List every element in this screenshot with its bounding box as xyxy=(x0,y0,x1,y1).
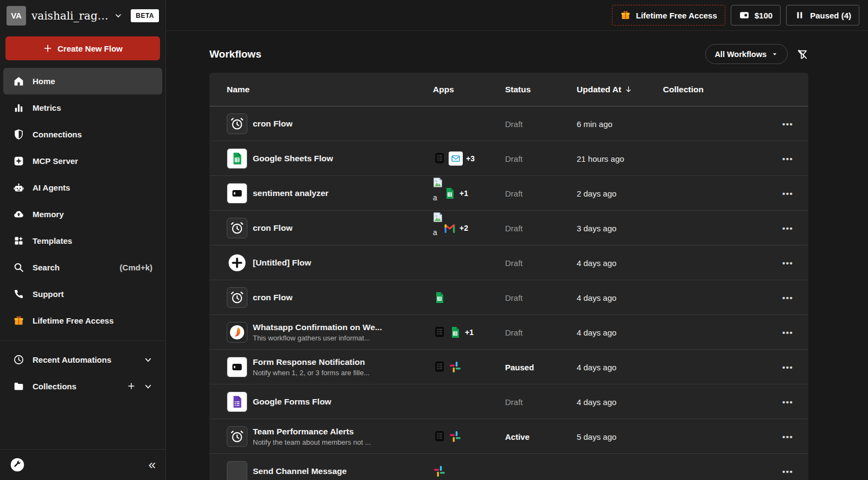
sidebar-item-home[interactable]: Home xyxy=(3,68,162,94)
row-menu-icon[interactable]: ••• xyxy=(782,293,808,302)
sidebar-item-connections[interactable]: Connections xyxy=(3,121,162,148)
plus-icon xyxy=(43,43,53,53)
workflow-subtitle: Notify the team about members not ... xyxy=(253,438,371,446)
avatar[interactable]: VA xyxy=(7,6,26,26)
search-icon xyxy=(13,262,24,273)
workflow-name: Whatsapp Confirmation on We... xyxy=(253,323,382,332)
updated-at: 6 min ago xyxy=(577,119,663,129)
row-menu-icon[interactable]: ••• xyxy=(782,224,808,233)
row-menu-icon[interactable]: ••• xyxy=(782,432,808,441)
column-collection[interactable]: Collection xyxy=(663,85,782,94)
credit-card-icon xyxy=(739,10,750,21)
sidebar-item-label: Lifetime Free Access xyxy=(33,316,114,325)
apps-cell xyxy=(433,419,505,454)
settings-wrench-icon[interactable] xyxy=(10,457,25,472)
sidebar-section-recent-automations[interactable]: Recent Automations xyxy=(3,346,162,373)
gift-icon xyxy=(13,315,24,326)
phone-icon xyxy=(13,288,24,300)
table-row[interactable]: Whatsapp Confirmation on We... This work… xyxy=(209,315,808,350)
row-menu-icon[interactable]: ••• xyxy=(782,189,808,198)
collapse-sidebar-icon[interactable]: « xyxy=(149,458,156,471)
status-badge: Draft xyxy=(505,293,577,302)
column-updated-at[interactable]: Updated At xyxy=(577,85,663,94)
column-apps[interactable]: Apps xyxy=(433,85,505,94)
workflow-filter-dropdown[interactable]: All Workflows xyxy=(705,44,788,64)
page-title: Workflows xyxy=(209,48,261,60)
workflow-subtitle: This workflow gathers user informat... xyxy=(253,334,382,342)
form-black-icon xyxy=(227,357,247,377)
sidebar-item-lifetime-free-access[interactable]: Lifetime Free Access xyxy=(3,307,162,334)
table-row[interactable]: [Untitled] Flow Draft 4 days ago ••• xyxy=(209,245,808,280)
folder-icon xyxy=(13,381,24,392)
workflow-name: [Untitled] Flow xyxy=(253,258,311,268)
table-row[interactable]: cron Flow Draft 4 days ago ••• xyxy=(209,280,808,315)
apps-cell xyxy=(433,454,505,480)
table-row[interactable]: Google Forms Flow Draft 4 days ago ••• xyxy=(209,384,808,419)
chevron-down-icon[interactable] xyxy=(144,356,152,364)
alarm-clock-icon xyxy=(227,218,247,238)
table-row[interactable]: Team Performance Alerts Notify the team … xyxy=(209,419,808,454)
row-menu-icon[interactable]: ••• xyxy=(782,119,808,129)
updated-at: 4 days ago xyxy=(577,293,663,302)
add-collection-icon[interactable] xyxy=(127,382,136,391)
row-menu-icon[interactable]: ••• xyxy=(782,328,808,337)
table-row[interactable]: Google Sheets Flow +3 Draft 21 hours ago… xyxy=(209,141,808,176)
workflow-subtitle: Notify when 1, 2, or 3 forms are fille..… xyxy=(253,369,369,377)
column-name[interactable]: Name xyxy=(227,85,433,94)
sidebar-item-label: Memory xyxy=(33,210,64,219)
row-menu-icon[interactable]: ••• xyxy=(782,467,808,476)
workflow-name: cron Flow xyxy=(253,119,292,129)
sidebar-item-mcp-server[interactable]: MCP Server xyxy=(3,148,162,174)
sidebar-item-label: Templates xyxy=(33,236,72,245)
workflow-name: Google Forms Flow xyxy=(253,397,331,407)
sidebar-item-ai-agents[interactable]: AI Agents xyxy=(3,174,162,201)
sidebar-item-support[interactable]: Support xyxy=(3,281,162,307)
updated-at: 5 days ago xyxy=(577,432,663,441)
table-row[interactable]: Send Channel Message ••• xyxy=(209,454,808,480)
username: vaishali_rag… xyxy=(31,9,108,22)
create-new-flow-button[interactable]: Create New Flow xyxy=(5,36,160,60)
sidebar-item-label: Home xyxy=(33,77,55,86)
mcp-badge-icon xyxy=(13,155,24,167)
sidebar-item-memory[interactable]: Memory xyxy=(3,201,162,228)
table-row[interactable]: sentiment analyzer a+1 Draft 2 days ago … xyxy=(209,176,808,211)
apps-cell xyxy=(433,245,505,280)
table-header: Name Apps Status Updated At Collection xyxy=(209,73,808,106)
status-badge: Paused xyxy=(505,363,577,372)
user-menu[interactable]: VA vaishali_rag… BETA xyxy=(0,0,165,31)
row-menu-icon[interactable]: ••• xyxy=(782,258,808,268)
table-row[interactable]: Form Response Notification Notify when 1… xyxy=(209,350,808,384)
table-row[interactable]: cron Flow a+2 Draft 3 days ago ••• xyxy=(209,211,808,245)
lifetime-free-access-button[interactable]: Lifetime Free Access xyxy=(612,5,725,26)
email-icon xyxy=(449,151,463,166)
workflow-name: cron Flow xyxy=(253,293,292,302)
apps-cell xyxy=(433,106,505,141)
sidebar-item-templates[interactable]: Templates xyxy=(3,228,162,254)
chevron-down-icon[interactable] xyxy=(144,382,152,391)
more-apps-badge: +1 xyxy=(459,189,468,198)
forms-doc-icon xyxy=(433,430,446,443)
templates-icon xyxy=(13,235,24,247)
credits-button[interactable]: $100 xyxy=(731,5,781,26)
table-row[interactable]: cron Flow Draft 6 min ago ••• xyxy=(209,106,808,141)
clear-filter-icon[interactable] xyxy=(796,48,808,60)
slack-icon xyxy=(433,465,446,478)
sidebar-item-metrics[interactable]: Metrics xyxy=(3,94,162,121)
sidebar-item-label: Connections xyxy=(33,130,82,139)
updated-at: 3 days ago xyxy=(577,224,663,233)
updated-at: 2 days ago xyxy=(577,189,663,198)
alarm-clock-icon xyxy=(227,287,247,308)
row-menu-icon[interactable]: ••• xyxy=(782,397,808,407)
paused-flows-button[interactable]: Paused (4) xyxy=(786,5,859,26)
sidebar-item-search[interactable]: Search(Cmd+k) xyxy=(3,254,162,281)
chevron-down-icon[interactable] xyxy=(114,11,123,20)
caret-down-icon xyxy=(771,50,778,58)
main-area: Lifetime Free Access $100 Paused (4) Wor… xyxy=(166,0,868,480)
updated-at: 4 days ago xyxy=(577,258,663,268)
row-menu-icon[interactable]: ••• xyxy=(782,363,808,372)
column-status[interactable]: Status xyxy=(505,85,577,94)
google-sheets-icon xyxy=(227,148,247,169)
row-menu-icon[interactable]: ••• xyxy=(782,154,808,163)
gift-icon xyxy=(620,10,631,21)
sidebar-section-collections[interactable]: Collections xyxy=(3,373,162,400)
